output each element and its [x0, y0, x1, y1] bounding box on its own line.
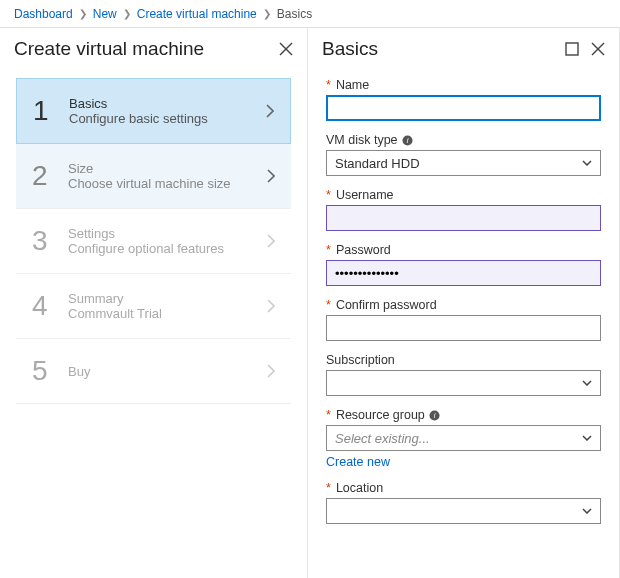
chevron-right-icon [267, 299, 275, 313]
resource-group-label: *Resource group i [326, 408, 601, 422]
resource-group-select[interactable]: Select existing... [326, 425, 601, 451]
step-number: 1 [33, 95, 69, 127]
disk-type-select[interactable]: Standard HDD [326, 150, 601, 176]
step-subtitle: Choose virtual machine size [68, 176, 267, 191]
step-number: 4 [32, 290, 68, 322]
chevron-down-icon [582, 435, 592, 441]
chevron-right-icon [267, 169, 275, 183]
blade-title: Basics [322, 38, 378, 60]
password-label: *Password [326, 243, 601, 257]
wizard-step-summary: 4 Summary Commvault Trial [16, 274, 291, 339]
name-input[interactable] [326, 95, 601, 121]
step-number: 5 [32, 355, 68, 387]
step-title: Size [68, 161, 267, 176]
chevron-right-icon: ❯ [263, 8, 271, 19]
breadcrumb-link[interactable]: New [93, 7, 117, 21]
step-title: Buy [68, 364, 267, 379]
breadcrumb-link[interactable]: Create virtual machine [137, 7, 257, 21]
subscription-label: Subscription [326, 353, 601, 367]
username-label: *Username [326, 188, 601, 202]
wizard-blade: Create virtual machine 1 Basics Configur… [0, 28, 308, 578]
location-label: *Location [326, 481, 601, 495]
username-input[interactable] [326, 205, 601, 231]
basics-blade: Basics *Name VM disk type i Standard HDD [308, 28, 620, 578]
step-number: 2 [32, 160, 68, 192]
wizard-steps: 1 Basics Configure basic settings 2 Size… [0, 78, 307, 404]
wizard-step-size[interactable]: 2 Size Choose virtual machine size [16, 144, 291, 209]
maximize-icon[interactable] [565, 42, 579, 56]
select-value: Standard HDD [335, 156, 420, 171]
step-title: Settings [68, 226, 267, 241]
subscription-select[interactable] [326, 370, 601, 396]
confirm-password-label: *Confirm password [326, 298, 601, 312]
chevron-down-icon [582, 380, 592, 386]
create-new-link[interactable]: Create new [326, 455, 390, 469]
info-icon[interactable]: i [429, 410, 440, 421]
chevron-right-icon [267, 234, 275, 248]
close-icon[interactable] [591, 42, 605, 56]
wizard-step-buy: 5 Buy [16, 339, 291, 404]
step-title: Basics [69, 96, 266, 111]
chevron-right-icon: ❯ [79, 8, 87, 19]
info-icon[interactable]: i [402, 135, 413, 146]
chevron-right-icon [266, 104, 274, 118]
disk-type-label: VM disk type i [326, 133, 601, 147]
svg-rect-2 [566, 43, 578, 55]
password-input[interactable] [326, 260, 601, 286]
wizard-step-settings: 3 Settings Configure optional features [16, 209, 291, 274]
chevron-right-icon [267, 364, 275, 378]
select-placeholder: Select existing... [335, 431, 430, 446]
step-number: 3 [32, 225, 68, 257]
breadcrumb-link[interactable]: Dashboard [14, 7, 73, 21]
wizard-step-basics[interactable]: 1 Basics Configure basic settings [16, 78, 291, 144]
step-subtitle: Commvault Trial [68, 306, 267, 321]
close-icon[interactable] [279, 42, 293, 56]
blade-title: Create virtual machine [14, 38, 204, 60]
breadcrumb: Dashboard ❯ New ❯ Create virtual machine… [0, 0, 620, 28]
step-title: Summary [68, 291, 267, 306]
name-label: *Name [326, 78, 601, 92]
chevron-down-icon [582, 160, 592, 166]
location-select[interactable] [326, 498, 601, 524]
chevron-down-icon [582, 508, 592, 514]
step-subtitle: Configure basic settings [69, 111, 266, 126]
confirm-password-input[interactable] [326, 315, 601, 341]
breadcrumb-current: Basics [277, 7, 312, 21]
chevron-right-icon: ❯ [123, 8, 131, 19]
step-subtitle: Configure optional features [68, 241, 267, 256]
